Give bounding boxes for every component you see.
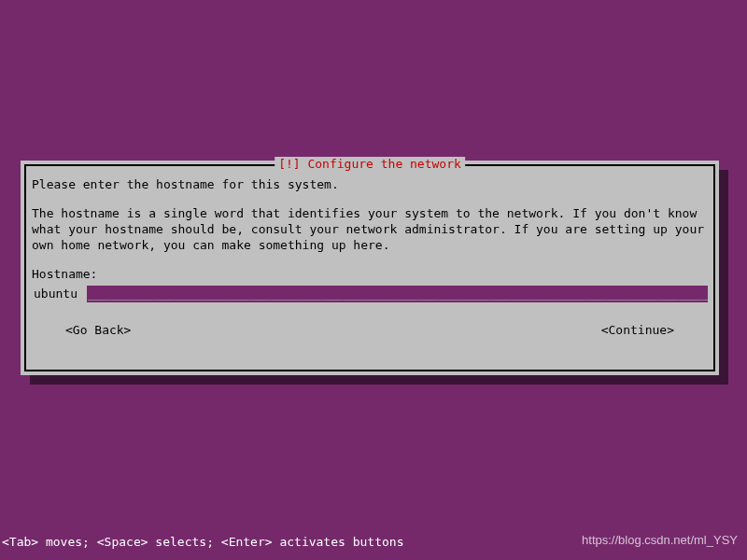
watermark-text: https://blog.csdn.net/ml_YSY xyxy=(582,533,738,547)
input-underline: ________________________________________… xyxy=(88,286,708,302)
hostname-value: ubuntu xyxy=(32,286,79,302)
dialog-content: Please enter the hostname for this syste… xyxy=(26,166,713,346)
instruction-text: Please enter the hostname for this syste… xyxy=(32,177,708,193)
hostname-label: Hostname: xyxy=(32,267,708,283)
continue-button[interactable]: <Continue> xyxy=(601,323,674,339)
dialog-box: [!] Configure the network Please enter t… xyxy=(21,161,719,375)
dialog-frame: [!] Configure the network Please enter t… xyxy=(24,164,715,371)
text-cursor xyxy=(79,286,87,302)
dialog-title: [!] Configure the network xyxy=(275,157,465,171)
button-row: <Go Back> <Continue> xyxy=(32,323,708,339)
description-text: The hostname is a single word that ident… xyxy=(32,206,708,254)
hostname-input[interactable]: ubuntu__________________________________… xyxy=(32,286,708,302)
help-bar: <Tab> moves; <Space> selects; <Enter> ac… xyxy=(0,535,405,549)
go-back-button[interactable]: <Go Back> xyxy=(65,323,131,339)
